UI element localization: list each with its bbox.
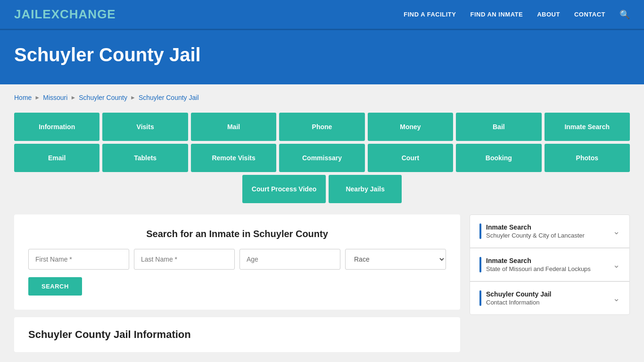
btn-bail[interactable]: Bail: [456, 113, 541, 141]
search-icon[interactable]: 🔍: [619, 9, 630, 20]
sidebar-item-1[interactable]: Inmate Search Schuyler County & City of …: [470, 215, 629, 248]
hero-section: Schuyler County Jail: [0, 30, 644, 84]
btn-court-process-video[interactable]: Court Process Video: [242, 175, 326, 203]
btn-money[interactable]: Money: [368, 113, 453, 141]
left-column: Search for an Inmate in Schuyler County …: [14, 214, 460, 352]
sidebar-item-3-sub: Contact Information: [486, 299, 551, 306]
site-logo[interactable]: JAILEXCHANGE: [14, 7, 116, 22]
main-layout: Search for an Inmate in Schuyler County …: [14, 214, 630, 352]
last-name-input[interactable]: [134, 249, 235, 270]
sidebar-item-3-title: Schuyler County Jail: [486, 290, 551, 298]
breadcrumb-schuyler-county[interactable]: Schuyler County: [79, 94, 127, 101]
race-select[interactable]: Race White Black Hispanic Asian Other: [345, 249, 446, 270]
sidebar-card: Inmate Search Schuyler County & City of …: [470, 214, 630, 315]
search-form-title: Search for an Inmate in Schuyler County: [28, 229, 446, 239]
button-row-3: Court Process Video Nearby Jails: [14, 175, 630, 203]
btn-photos[interactable]: Photos: [545, 144, 630, 172]
sidebar-item-1-title: Inmate Search: [486, 223, 585, 231]
sidebar-accent-2: [479, 257, 481, 272]
breadcrumb-sep-1: ►: [34, 94, 40, 101]
nav-contact[interactable]: CONTACT: [574, 11, 605, 18]
chevron-down-icon-2: ⌄: [613, 260, 620, 270]
search-form-row: Race White Black Hispanic Asian Other: [28, 249, 446, 270]
btn-commissary[interactable]: Commissary: [279, 144, 364, 172]
btn-visits[interactable]: Visits: [102, 113, 188, 141]
button-row-1: Information Visits Mail Phone Money Bail…: [14, 113, 630, 141]
logo-exchange: EXCHANGE: [42, 7, 116, 21]
sidebar-item-2-text: Inmate Search State of Missouri and Fede…: [486, 257, 591, 272]
button-row-2: Email Tablets Remote Visits Commissary C…: [14, 144, 630, 172]
sidebar-accent-1: [479, 223, 481, 239]
btn-email[interactable]: Email: [14, 144, 99, 172]
btn-mail[interactable]: Mail: [191, 113, 276, 141]
sidebar-item-2-sub: State of Missouri and Federal Lockups: [486, 265, 591, 272]
breadcrumb-jail[interactable]: Schuyler County Jail: [139, 94, 199, 101]
breadcrumb: Home ► Missouri ► Schuyler County ► Schu…: [14, 94, 630, 101]
breadcrumb-sep-3: ►: [130, 94, 136, 101]
sidebar-item-2-title: Inmate Search: [486, 257, 591, 264]
info-section-title: Schuyler County Jail Information: [28, 329, 446, 341]
btn-remote-visits[interactable]: Remote Visits: [191, 144, 276, 172]
sidebar-item-3-left: Schuyler County Jail Contact Information: [479, 290, 551, 306]
first-name-input[interactable]: [28, 249, 129, 270]
sidebar-item-1-left: Inmate Search Schuyler County & City of …: [479, 223, 585, 239]
btn-information[interactable]: Information: [14, 113, 99, 141]
nav-about[interactable]: ABOUT: [537, 11, 560, 18]
btn-court[interactable]: Court: [368, 144, 453, 172]
navbar: JAILEXCHANGE FIND A FACILITY FIND AN INM…: [0, 0, 644, 30]
nav-find-inmate[interactable]: FIND AN INMATE: [470, 11, 523, 18]
age-input[interactable]: [239, 249, 340, 270]
btn-nearby-jails[interactable]: Nearby Jails: [329, 175, 402, 203]
chevron-down-icon-3: ⌄: [613, 293, 620, 304]
chevron-down-icon-1: ⌄: [613, 226, 620, 237]
sidebar-item-3[interactable]: Schuyler County Jail Contact Information…: [470, 282, 629, 314]
sidebar-accent-3: [479, 290, 481, 306]
sidebar-item-1-text: Inmate Search Schuyler County & City of …: [486, 223, 585, 239]
sidebar: Inmate Search Schuyler County & City of …: [470, 214, 630, 315]
btn-phone[interactable]: Phone: [279, 113, 364, 141]
search-form-card: Search for an Inmate in Schuyler County …: [14, 214, 460, 310]
breadcrumb-home[interactable]: Home: [14, 94, 32, 101]
nav-find-facility[interactable]: FIND A FACILITY: [404, 11, 456, 18]
btn-booking[interactable]: Booking: [456, 144, 541, 172]
nav-links: FIND A FACILITY FIND AN INMATE ABOUT CON…: [404, 9, 630, 20]
page-title: Schuyler County Jail: [14, 44, 630, 66]
sidebar-item-2[interactable]: Inmate Search State of Missouri and Fede…: [470, 248, 629, 281]
info-section: Schuyler County Jail Information: [14, 317, 460, 352]
logo-jail: JAIL: [14, 7, 42, 21]
sidebar-item-3-text: Schuyler County Jail Contact Information: [486, 290, 551, 306]
content-area: Home ► Missouri ► Schuyler County ► Schu…: [0, 84, 644, 362]
breadcrumb-sep-2: ►: [70, 94, 76, 101]
sidebar-item-2-left: Inmate Search State of Missouri and Fede…: [479, 257, 591, 272]
search-button[interactable]: SEARCH: [28, 277, 82, 296]
btn-tablets[interactable]: Tablets: [102, 144, 188, 172]
btn-inmate-search[interactable]: Inmate Search: [545, 113, 630, 141]
sidebar-item-1-sub: Schuyler County & City of Lancaster: [486, 232, 585, 239]
breadcrumb-missouri[interactable]: Missouri: [43, 94, 67, 101]
